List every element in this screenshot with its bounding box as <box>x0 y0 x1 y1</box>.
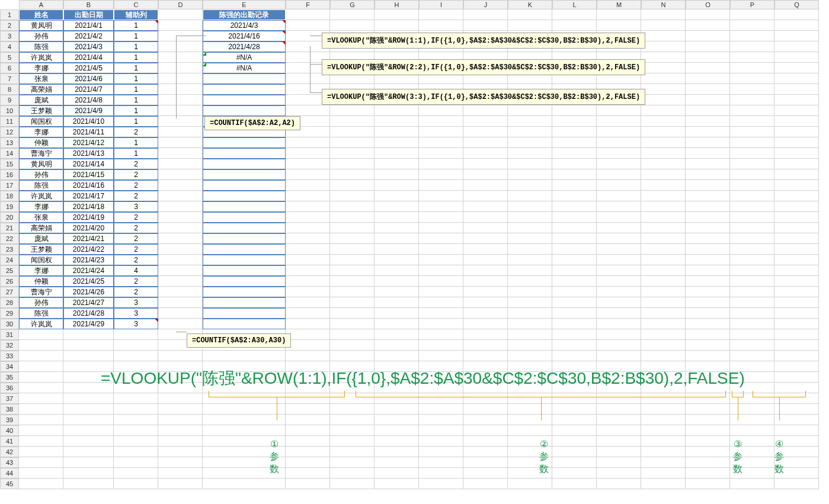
cell-J20[interactable] <box>463 212 508 223</box>
cell-P28[interactable] <box>730 297 774 308</box>
col-header-M[interactable]: M <box>597 0 641 9</box>
cell-E8[interactable] <box>203 84 286 95</box>
cell-I44[interactable] <box>419 468 463 479</box>
cell-G24[interactable] <box>330 255 375 265</box>
row-header-15[interactable]: 15 <box>0 159 19 169</box>
cell-E28[interactable] <box>203 297 286 308</box>
row-header-45[interactable]: 45 <box>0 479 19 489</box>
cell-E13[interactable] <box>203 137 286 148</box>
cell-G13[interactable] <box>330 137 375 148</box>
cell-J42[interactable] <box>463 447 508 457</box>
cell-Q1[interactable] <box>774 9 819 20</box>
cell-Q25[interactable] <box>774 265 819 276</box>
cell-F27[interactable] <box>286 287 330 297</box>
cell-C28[interactable]: 3 <box>114 297 158 308</box>
cell-H15[interactable] <box>375 159 419 169</box>
cell-E10[interactable] <box>203 105 286 116</box>
cell-Q2[interactable] <box>774 20 819 31</box>
cell-I19[interactable] <box>419 201 463 212</box>
cell-A43[interactable] <box>19 457 63 468</box>
cell-P5[interactable] <box>730 52 774 63</box>
cell-I20[interactable] <box>419 212 463 223</box>
cell-O12[interactable] <box>686 127 730 137</box>
col-header-J[interactable]: J <box>463 0 508 9</box>
cell-N44[interactable] <box>641 468 686 479</box>
cell-C39[interactable] <box>114 415 158 425</box>
cell-E18[interactable] <box>203 191 286 201</box>
cell-D45[interactable] <box>158 479 203 489</box>
cell-C8[interactable]: 1 <box>114 84 158 95</box>
cell-D42[interactable] <box>158 447 203 457</box>
cell-O32[interactable] <box>686 340 730 351</box>
cell-H1[interactable] <box>375 9 419 20</box>
cell-O33[interactable] <box>686 351 730 361</box>
cell-D26[interactable] <box>158 276 203 287</box>
row-header-1[interactable]: 1 <box>0 9 19 20</box>
cell-I39[interactable] <box>419 415 463 425</box>
cell-O24[interactable] <box>686 255 730 265</box>
cell-G10[interactable] <box>330 105 375 116</box>
cell-J13[interactable] <box>463 137 508 148</box>
cell-J17[interactable] <box>463 180 508 191</box>
cell-I37[interactable] <box>419 393 463 404</box>
cell-D1[interactable] <box>158 9 203 20</box>
cell-O11[interactable] <box>686 116 730 127</box>
cell-D10[interactable] <box>158 105 203 116</box>
cell-E29[interactable] <box>203 308 286 319</box>
cell-B15[interactable]: 2021/4/14 <box>63 159 114 169</box>
cell-H32[interactable] <box>375 340 419 351</box>
cell-D16[interactable] <box>158 169 203 180</box>
cell-O30[interactable] <box>686 319 730 329</box>
cell-N16[interactable] <box>641 169 686 180</box>
cell-O27[interactable] <box>686 287 730 297</box>
col-header-C[interactable]: C <box>114 0 158 9</box>
cell-H24[interactable] <box>375 255 419 265</box>
col-header-F[interactable]: F <box>286 0 330 9</box>
cell-K1[interactable] <box>508 9 552 20</box>
cell-P33[interactable] <box>730 351 774 361</box>
cell-M39[interactable] <box>597 415 641 425</box>
row-header-30[interactable]: 30 <box>0 319 19 329</box>
cell-M1[interactable] <box>597 9 641 20</box>
cell-P12[interactable] <box>730 127 774 137</box>
cell-H18[interactable] <box>375 191 419 201</box>
cell-A2[interactable]: 黄凤明 <box>19 20 63 31</box>
cell-M16[interactable] <box>597 169 641 180</box>
cell-C19[interactable]: 3 <box>114 201 158 212</box>
cell-A1[interactable]: 姓名 <box>19 9 63 20</box>
cell-M31[interactable] <box>597 329 641 340</box>
cell-F30[interactable] <box>286 319 330 329</box>
cell-A3[interactable]: 孙伟 <box>19 31 63 41</box>
cell-M26[interactable] <box>597 276 641 287</box>
row-header-33[interactable]: 33 <box>0 351 19 361</box>
cell-G26[interactable] <box>330 276 375 287</box>
cell-Q5[interactable] <box>774 52 819 63</box>
cell-C38[interactable] <box>114 404 158 415</box>
cell-N25[interactable] <box>641 265 686 276</box>
cell-N42[interactable] <box>641 447 686 457</box>
cell-Q26[interactable] <box>774 276 819 287</box>
cell-D20[interactable] <box>158 212 203 223</box>
cell-D17[interactable] <box>158 180 203 191</box>
cell-I18[interactable] <box>419 191 463 201</box>
cell-F25[interactable] <box>286 265 330 276</box>
cell-F10[interactable] <box>286 105 330 116</box>
cell-N1[interactable] <box>641 9 686 20</box>
cell-P2[interactable] <box>730 20 774 31</box>
cell-F19[interactable] <box>286 201 330 212</box>
row-header-13[interactable]: 13 <box>0 137 19 148</box>
cell-I38[interactable] <box>419 404 463 415</box>
col-header-P[interactable]: P <box>730 0 774 9</box>
cell-O28[interactable] <box>686 297 730 308</box>
cell-C41[interactable] <box>114 436 158 447</box>
cell-E14[interactable] <box>203 148 286 159</box>
cell-M13[interactable] <box>597 137 641 148</box>
cell-A32[interactable] <box>19 340 63 351</box>
cell-J1[interactable] <box>463 9 508 20</box>
cell-L18[interactable] <box>552 191 597 201</box>
cell-K26[interactable] <box>508 276 552 287</box>
cell-N41[interactable] <box>641 436 686 447</box>
cell-Q6[interactable] <box>774 63 819 73</box>
cell-B19[interactable]: 2021/4/18 <box>63 201 114 212</box>
cell-I14[interactable] <box>419 148 463 159</box>
